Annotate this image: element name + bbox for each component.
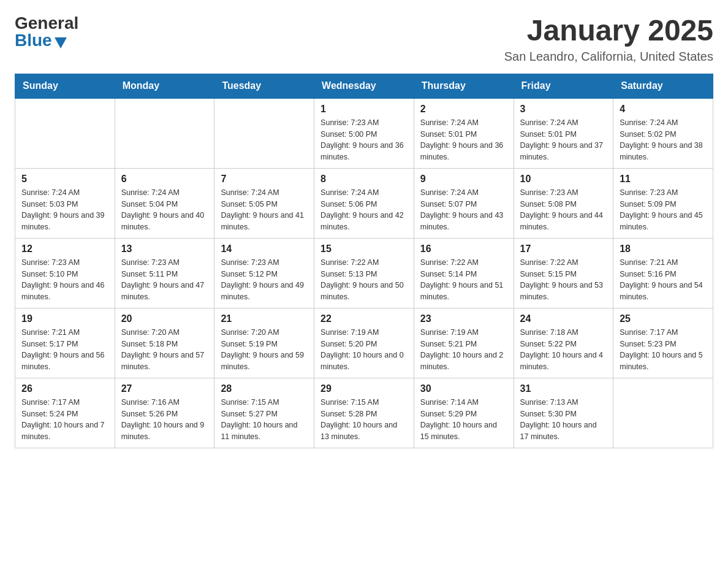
calendar-cell: 7Sunrise: 7:24 AMSunset: 5:05 PMDaylight…	[214, 168, 314, 238]
calendar-table: SundayMondayTuesdayWednesdayThursdayFrid…	[15, 74, 713, 448]
logo-triangle-icon	[55, 37, 67, 48]
day-info: Sunrise: 7:15 AMSunset: 5:27 PMDaylight:…	[221, 397, 308, 443]
calendar-cell: 9Sunrise: 7:24 AMSunset: 5:07 PMDaylight…	[414, 168, 514, 238]
calendar-cell: 23Sunrise: 7:19 AMSunset: 5:21 PMDayligh…	[414, 308, 514, 378]
logo-blue-text: Blue	[15, 32, 67, 49]
calendar-cell: 30Sunrise: 7:14 AMSunset: 5:29 PMDayligh…	[414, 378, 514, 448]
calendar-cell: 24Sunrise: 7:18 AMSunset: 5:22 PMDayligh…	[514, 308, 613, 378]
weekday-header-wednesday: Wednesday	[314, 74, 414, 98]
weekday-header-sunday: Sunday	[15, 74, 115, 98]
calendar-cell	[115, 98, 214, 169]
calendar-cell: 27Sunrise: 7:16 AMSunset: 5:26 PMDayligh…	[115, 378, 214, 448]
calendar-cell: 16Sunrise: 7:22 AMSunset: 5:14 PMDayligh…	[414, 238, 514, 308]
calendar-header-row: SundayMondayTuesdayWednesdayThursdayFrid…	[15, 74, 713, 98]
day-number: 9	[420, 174, 507, 185]
calendar-cell: 6Sunrise: 7:24 AMSunset: 5:04 PMDaylight…	[115, 168, 214, 238]
calendar-cell: 28Sunrise: 7:15 AMSunset: 5:27 PMDayligh…	[214, 378, 314, 448]
day-number: 28	[221, 383, 308, 394]
day-info: Sunrise: 7:22 AMSunset: 5:14 PMDaylight:…	[420, 257, 507, 303]
day-info: Sunrise: 7:24 AMSunset: 5:04 PMDaylight:…	[121, 187, 208, 233]
day-number: 27	[121, 383, 208, 394]
month-year-title: January 2025	[504, 15, 713, 47]
day-info: Sunrise: 7:15 AMSunset: 5:28 PMDaylight:…	[320, 397, 408, 443]
day-info: Sunrise: 7:23 AMSunset: 5:11 PMDaylight:…	[121, 257, 208, 303]
day-number: 12	[21, 243, 108, 255]
day-info: Sunrise: 7:24 AMSunset: 5:01 PMDaylight:…	[520, 117, 607, 163]
calendar-cell: 11Sunrise: 7:23 AMSunset: 5:09 PMDayligh…	[613, 168, 713, 238]
day-number: 2	[420, 104, 507, 115]
calendar-cell: 18Sunrise: 7:21 AMSunset: 5:16 PMDayligh…	[613, 238, 713, 308]
weekday-header-thursday: Thursday	[414, 74, 514, 98]
day-number: 15	[320, 243, 408, 255]
calendar-cell: 15Sunrise: 7:22 AMSunset: 5:13 PMDayligh…	[314, 238, 414, 308]
calendar-week-row: 5Sunrise: 7:24 AMSunset: 5:03 PMDaylight…	[15, 168, 713, 238]
day-info: Sunrise: 7:24 AMSunset: 5:03 PMDaylight:…	[21, 187, 108, 233]
day-info: Sunrise: 7:23 AMSunset: 5:09 PMDaylight:…	[620, 187, 707, 233]
day-number: 30	[420, 383, 507, 394]
calendar-cell: 26Sunrise: 7:17 AMSunset: 5:24 PMDayligh…	[15, 378, 115, 448]
day-number: 5	[21, 174, 108, 185]
day-number: 20	[121, 313, 208, 324]
weekday-header-tuesday: Tuesday	[214, 74, 314, 98]
day-info: Sunrise: 7:22 AMSunset: 5:15 PMDaylight:…	[520, 257, 607, 303]
day-info: Sunrise: 7:23 AMSunset: 5:00 PMDaylight:…	[320, 117, 408, 163]
day-number: 16	[420, 243, 507, 255]
day-number: 31	[520, 383, 607, 394]
day-number: 13	[121, 243, 208, 255]
calendar-week-row: 19Sunrise: 7:21 AMSunset: 5:17 PMDayligh…	[15, 308, 713, 378]
calendar-week-row: 1Sunrise: 7:23 AMSunset: 5:00 PMDaylight…	[15, 98, 713, 169]
day-info: Sunrise: 7:24 AMSunset: 5:01 PMDaylight:…	[420, 117, 507, 163]
day-info: Sunrise: 7:13 AMSunset: 5:30 PMDaylight:…	[520, 397, 607, 443]
calendar-cell: 19Sunrise: 7:21 AMSunset: 5:17 PMDayligh…	[15, 308, 115, 378]
day-info: Sunrise: 7:24 AMSunset: 5:02 PMDaylight:…	[620, 117, 707, 163]
calendar-cell: 2Sunrise: 7:24 AMSunset: 5:01 PMDaylight…	[414, 98, 514, 169]
location-subtitle: San Leandro, California, United States	[504, 50, 713, 64]
calendar-cell	[15, 98, 115, 169]
calendar-cell: 13Sunrise: 7:23 AMSunset: 5:11 PMDayligh…	[115, 238, 214, 308]
day-number: 1	[320, 104, 408, 115]
day-info: Sunrise: 7:18 AMSunset: 5:22 PMDaylight:…	[520, 327, 607, 373]
day-number: 19	[21, 313, 108, 324]
calendar-cell: 1Sunrise: 7:23 AMSunset: 5:00 PMDaylight…	[314, 98, 414, 169]
day-info: Sunrise: 7:24 AMSunset: 5:07 PMDaylight:…	[420, 187, 507, 233]
calendar-cell: 5Sunrise: 7:24 AMSunset: 5:03 PMDaylight…	[15, 168, 115, 238]
day-info: Sunrise: 7:17 AMSunset: 5:23 PMDaylight:…	[620, 327, 707, 373]
page-header: General Blue January 2025 San Leandro, C…	[15, 15, 713, 64]
day-info: Sunrise: 7:24 AMSunset: 5:05 PMDaylight:…	[221, 187, 308, 233]
day-number: 8	[320, 174, 408, 185]
day-number: 26	[21, 383, 108, 394]
logo: General Blue	[15, 15, 78, 49]
day-info: Sunrise: 7:16 AMSunset: 5:26 PMDaylight:…	[121, 397, 208, 443]
day-info: Sunrise: 7:23 AMSunset: 5:08 PMDaylight:…	[520, 187, 607, 233]
day-number: 23	[420, 313, 507, 324]
day-number: 22	[320, 313, 408, 324]
calendar-cell: 4Sunrise: 7:24 AMSunset: 5:02 PMDaylight…	[613, 98, 713, 169]
day-info: Sunrise: 7:21 AMSunset: 5:17 PMDaylight:…	[21, 327, 108, 373]
day-number: 6	[121, 174, 208, 185]
calendar-cell	[613, 378, 713, 448]
weekday-header-saturday: Saturday	[613, 74, 713, 98]
day-number: 3	[520, 104, 607, 115]
day-info: Sunrise: 7:19 AMSunset: 5:20 PMDaylight:…	[320, 327, 408, 373]
calendar-cell: 17Sunrise: 7:22 AMSunset: 5:15 PMDayligh…	[514, 238, 613, 308]
day-info: Sunrise: 7:21 AMSunset: 5:16 PMDaylight:…	[620, 257, 707, 303]
day-info: Sunrise: 7:17 AMSunset: 5:24 PMDaylight:…	[21, 397, 108, 443]
day-number: 29	[320, 383, 408, 394]
weekday-header-monday: Monday	[115, 74, 214, 98]
calendar-cell: 22Sunrise: 7:19 AMSunset: 5:20 PMDayligh…	[314, 308, 414, 378]
day-number: 11	[620, 174, 707, 185]
day-number: 7	[221, 174, 308, 185]
calendar-week-row: 26Sunrise: 7:17 AMSunset: 5:24 PMDayligh…	[15, 378, 713, 448]
day-number: 24	[520, 313, 607, 324]
calendar-cell: 31Sunrise: 7:13 AMSunset: 5:30 PMDayligh…	[514, 378, 613, 448]
day-number: 17	[520, 243, 607, 255]
calendar-cell: 21Sunrise: 7:20 AMSunset: 5:19 PMDayligh…	[214, 308, 314, 378]
calendar-cell: 20Sunrise: 7:20 AMSunset: 5:18 PMDayligh…	[115, 308, 214, 378]
day-number: 18	[620, 243, 707, 255]
day-info: Sunrise: 7:24 AMSunset: 5:06 PMDaylight:…	[320, 187, 408, 233]
calendar-cell: 8Sunrise: 7:24 AMSunset: 5:06 PMDaylight…	[314, 168, 414, 238]
day-info: Sunrise: 7:14 AMSunset: 5:29 PMDaylight:…	[420, 397, 507, 443]
day-info: Sunrise: 7:23 AMSunset: 5:10 PMDaylight:…	[21, 257, 108, 303]
title-block: January 2025 San Leandro, California, Un…	[504, 15, 713, 64]
day-number: 10	[520, 174, 607, 185]
